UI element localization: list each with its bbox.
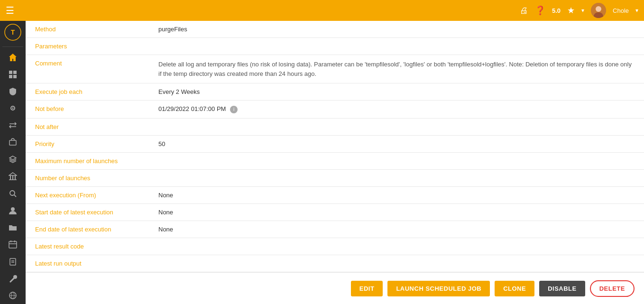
table-row: Execute job each Every 2 Weeks (26, 83, 644, 101)
row-label: Method (26, 21, 149, 38)
row-label: Comment (26, 55, 149, 83)
header-right: 🖨 ❓ 5.0 ★ ▾ Chole ▾ (520, 3, 638, 18)
avatar[interactable] (591, 3, 606, 18)
sidebar-item-folder[interactable] (0, 219, 26, 236)
svg-point-10 (12, 108, 14, 109)
sidebar-divider (2, 46, 23, 47)
table-row: Not after (26, 118, 644, 135)
row-label: Next execution (From) (26, 186, 149, 203)
sidebar-item-cases[interactable] (0, 134, 26, 151)
detail-table: Method purgeFiles Parameters Comment Del… (26, 21, 644, 272)
print-icon[interactable]: 🖨 (520, 6, 528, 16)
table-row: Start date of latest execution None (26, 203, 644, 221)
row-label: Priority (26, 135, 149, 152)
row-label: Not after (26, 118, 149, 135)
sidebar-item-transfer[interactable] (0, 117, 26, 134)
svg-rect-13 (12, 175, 13, 180)
svg-rect-12 (10, 175, 11, 180)
svg-point-17 (11, 207, 15, 211)
svg-rect-14 (15, 175, 16, 180)
sidebar-item-grid[interactable] (0, 66, 26, 83)
row-value: purgeFiles (149, 21, 644, 38)
row-value (149, 255, 644, 272)
row-value: None (149, 221, 644, 238)
svg-point-15 (10, 191, 15, 195)
table-row: Method purgeFiles (26, 21, 644, 38)
sidebar-item-modules[interactable] (0, 100, 26, 117)
user-name[interactable]: Chole (613, 7, 629, 14)
sidebar-item-clipboard[interactable] (0, 253, 26, 270)
sidebar-item-wrench[interactable] (0, 270, 26, 287)
disable-button[interactable]: DISABLE (539, 281, 585, 296)
delete-button[interactable]: DELETE (590, 280, 635, 297)
table-row: Maximum number of launches (26, 152, 644, 169)
row-label: Maximum number of launches (26, 152, 149, 169)
table-row: Parameters (26, 38, 644, 55)
comment-text: Delete all log and temporary files (no r… (158, 61, 632, 77)
row-value (149, 169, 644, 186)
row-value (149, 238, 644, 255)
sidebar-item-search[interactable] (0, 185, 26, 202)
top-header: ☰ 🖨 ❓ 5.0 ★ ▾ Chole ▾ (0, 0, 644, 21)
svg-rect-22 (10, 258, 16, 265)
row-value: 50 (149, 135, 644, 152)
hamburger-icon[interactable]: ☰ (6, 5, 14, 16)
launch-button[interactable]: LAUNCH SCHEDULED JOB (387, 281, 490, 296)
svg-rect-6 (13, 71, 17, 74)
svg-rect-5 (9, 71, 12, 74)
sidebar-item-user[interactable] (0, 202, 26, 219)
edit-button[interactable]: EDIT (351, 281, 383, 296)
svg-rect-11 (9, 140, 16, 145)
row-value: None (149, 203, 644, 221)
svg-line-16 (14, 195, 16, 197)
row-label: Number of launches (26, 169, 149, 186)
table-row: End date of latest execution None (26, 221, 644, 238)
help-icon[interactable]: ❓ (535, 5, 545, 16)
table-row: Comment Delete all log and temporary fil… (26, 55, 644, 83)
sidebar-item-bank[interactable] (0, 168, 26, 185)
row-label: Start date of latest execution (26, 203, 149, 221)
info-icon[interactable]: i (230, 106, 238, 113)
row-label: Execute job each (26, 83, 149, 101)
svg-point-1 (596, 6, 601, 12)
star-icon[interactable]: ★ (567, 5, 575, 16)
svg-rect-8 (13, 75, 17, 78)
sidebar-item-layers[interactable] (0, 151, 26, 168)
user-chevron-icon[interactable]: ▾ (635, 7, 638, 14)
svg-text:T: T (11, 28, 15, 36)
row-value: None (149, 186, 644, 203)
row-label: Latest result code (26, 238, 149, 255)
sidebar-item-globe[interactable] (0, 287, 26, 304)
table-row: Latest result code (26, 238, 644, 255)
content-area: Method purgeFiles Parameters Comment Del… (26, 21, 644, 304)
table-row: Number of launches (26, 169, 644, 186)
row-label: Latest run output (26, 255, 149, 272)
table-row: Priority 50 (26, 135, 644, 152)
sidebar-logo: T (4, 24, 22, 41)
clone-button[interactable]: CLONE (495, 281, 534, 296)
table-row: Next execution (From) None (26, 186, 644, 203)
svg-rect-18 (9, 241, 17, 248)
row-label: Parameters (26, 38, 149, 55)
row-value-comment: Delete all log and temporary files (no r… (149, 55, 644, 83)
main-layout: T (0, 21, 644, 304)
sidebar-item-home[interactable] (0, 49, 26, 66)
button-row: EDIT LAUNCH SCHEDULED JOB CLONE DISABLE … (26, 272, 644, 304)
svg-rect-7 (9, 75, 12, 78)
row-value (149, 152, 644, 169)
sidebar: T (0, 21, 26, 304)
table-row: Not before 01/29/2022 01:07:00 PM i (26, 101, 644, 119)
chevron-down-icon[interactable]: ▾ (581, 7, 584, 14)
row-value (149, 38, 644, 55)
row-value: 01/29/2022 01:07:00 PM i (149, 101, 644, 119)
version-badge: 5.0 (552, 7, 561, 14)
row-value: Every 2 Weeks (149, 83, 644, 101)
row-label: End date of latest execution (26, 221, 149, 238)
row-label: Not before (26, 101, 149, 119)
row-value (149, 118, 644, 135)
sidebar-item-shield[interactable] (0, 83, 26, 100)
table-row: Latest run output (26, 255, 644, 272)
sidebar-item-calendar[interactable] (0, 236, 26, 253)
